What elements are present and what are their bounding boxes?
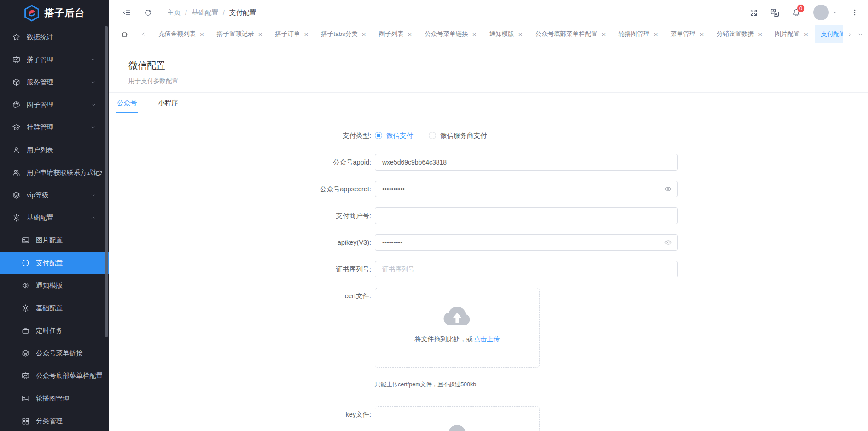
sidebar-item-base-config-sub[interactable]: 基础配置 [0,297,109,319]
tab-close-icon[interactable]: × [258,31,262,38]
route-tab-label: 搭子tabs分类 [321,30,358,38]
route-tab[interactable]: 搭子订单× [269,25,315,43]
avatar[interactable] [813,5,829,20]
tab-close-icon[interactable]: × [518,31,523,38]
appsecret-input[interactable] [375,181,678,197]
route-tab[interactable]: 菜单管理× [664,25,710,43]
route-tab[interactable]: 圈子列表× [373,25,419,43]
route-tab-label: 通知模版 [489,30,514,38]
radio-wechat-provider-pay[interactable]: 微信服务商支付 [429,131,487,140]
tab-close-icon[interactable]: × [699,31,704,38]
cube-icon [12,78,21,87]
sidebar-item-user-list[interactable]: 用户列表 [0,139,109,161]
radio-wechat-pay-label: 微信支付 [386,131,413,140]
tab-official-account[interactable]: 公众号 [116,93,138,113]
chevron-down-icon [90,79,96,85]
sidebar-item-pay-config[interactable]: 支付配置 [0,252,109,274]
tab-mini-program[interactable]: 小程序 [157,93,180,113]
sidebar-item-dazi-manage[interactable]: 搭子管理 [0,48,109,71]
sidebar-item-mp-bottom-menu[interactable]: 公众号底部菜单栏配置 [0,365,109,387]
page-subtitle: 用于支付参数配置 [128,77,857,85]
home-tab-icon[interactable] [121,30,128,38]
chevron-down-icon [90,102,96,108]
tabs-scroll-left-icon[interactable] [140,31,146,37]
logo[interactable]: 搭子后台 [0,0,109,26]
sidebar-item-service-manage[interactable]: 服务管理 [0,71,109,94]
tab-close-icon[interactable]: × [758,31,762,38]
sidebar-item-banner-manage[interactable]: 轮播图管理 [0,387,109,410]
tab-close-icon[interactable]: × [804,31,808,38]
user-icon [12,146,21,154]
appsecret-input-wrap [375,181,678,197]
more-options-icon[interactable] [851,8,859,17]
route-tab[interactable]: 公众号菜单链接× [418,25,483,43]
cert-serial-input[interactable] [375,261,678,277]
breadcrumb-separator: / [185,9,187,16]
tab-close-icon[interactable]: × [362,31,366,38]
sidebar-item-community-manage[interactable]: 社群管理 [0,116,109,139]
fullscreen-icon[interactable] [749,8,758,17]
tabs-menu-icon[interactable] [857,31,863,37]
cert-upload-col: 将文件拖到此处，或点击上传 只能上传cert/pem文件，且不超过500kb [375,288,540,389]
route-tab[interactable]: 通知模版× [483,25,529,43]
sidebar-scrollbar-thumb[interactable] [105,26,108,337]
language-icon[interactable] [770,8,780,18]
user-menu[interactable] [813,5,839,20]
appid-input-wrap [375,154,678,171]
chevron-down-icon [90,192,96,198]
circle-minus-icon [21,259,30,267]
breadcrumb-base-config[interactable]: 基础配置 [192,8,218,17]
apikey-v3-input[interactable] [375,234,678,251]
sidebar-item-circle-manage[interactable]: 圈子管理 [0,94,109,116]
image-icon [21,394,30,403]
sidebar-item-vip-level[interactable]: vip等级 [0,184,109,207]
upload-cloud-icon [443,424,472,431]
sidebar-item-contact-records[interactable]: 用户申请获取联系方式记录 [0,161,109,184]
cert-upload-dropzone[interactable]: 将文件拖到此处，或点击上传 [375,288,540,368]
refresh-icon[interactable] [144,8,152,17]
sidebar-item-mp-menu-link[interactable]: 公众号菜单链接 [0,342,109,365]
sidebar-item-label: 支付配置 [36,259,63,267]
route-tab[interactable]: 搭子tabs分类× [315,25,372,43]
eye-icon[interactable] [664,185,672,193]
sidebar-item-data-stats[interactable]: 数据统计 [0,26,109,48]
sidebar-item-base-config[interactable]: 基础配置 [0,207,109,229]
tab-close-icon[interactable]: × [304,31,309,38]
tab-close-icon[interactable]: × [408,31,412,38]
route-tab[interactable]: 搭子置顶记录× [210,25,269,43]
user-menu-chevron-icon[interactable] [832,9,839,16]
tab-close-icon[interactable]: × [472,31,477,38]
collapse-sidebar-icon[interactable] [122,8,131,17]
route-tab[interactable]: 公众号底部菜单栏配置× [529,25,612,43]
key-upload-dropzone[interactable]: 将文件拖到此处，或点击上传 [375,406,540,431]
cert-click-upload-link[interactable]: 点击上传 [474,335,500,342]
eye-icon[interactable] [664,238,672,247]
sidebar-item-cron-task[interactable]: 定时任务 [0,319,109,342]
breadcrumb: 主页 / 基础配置 / 支付配置 [167,8,256,17]
breadcrumb-home[interactable]: 主页 [167,8,181,17]
route-tab[interactable]: 图片配置× [769,25,815,43]
sidebar-item-notify-template[interactable]: 通知模版 [0,274,109,297]
tab-close-icon[interactable]: × [601,31,606,38]
radio-wechat-pay[interactable]: 微信支付 [375,131,413,140]
sidebar-item-image-config[interactable]: 图片配置 [0,229,109,252]
route-tab-label: 图片配置 [775,30,800,38]
tab-close-icon[interactable]: × [200,31,204,38]
appid-input[interactable] [375,154,678,171]
radio-unselected-icon[interactable] [429,132,436,139]
tabs-scroll-right-icon[interactable] [847,31,853,37]
sidebar-item-label: 轮播图管理 [36,394,70,403]
breadcrumb-current: 支付配置 [229,8,256,17]
form-fields: 公众号appid:公众号appsecret:支付商户号:apikey(V3):证… [109,154,868,277]
route-tab[interactable]: 分销设置数据× [710,25,769,43]
tab-close-icon[interactable]: × [654,31,658,38]
notifications[interactable]: 0 [792,8,801,18]
radio-selected-icon[interactable] [375,132,382,139]
app-title: 搭子后台 [45,6,85,19]
route-tab[interactable]: 充值金额列表× [152,25,210,43]
route-tab[interactable]: 支付配置× [815,25,843,43]
route-tab[interactable]: 轮播图管理× [612,25,664,43]
sidebar-item-category-manage[interactable]: 分类管理 [0,410,109,431]
users-icon [12,168,21,177]
merchant-id-input[interactable] [375,207,678,224]
